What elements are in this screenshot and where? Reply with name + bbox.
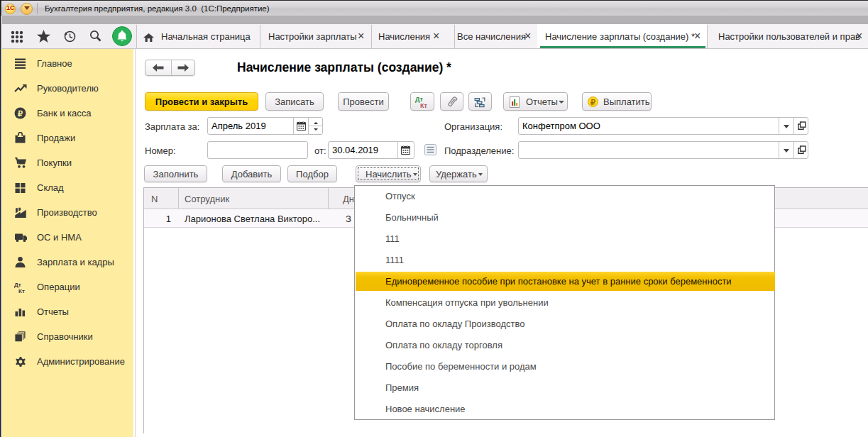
svg-text:Кт: Кт — [18, 288, 25, 294]
svg-text:Дт: Дт — [14, 282, 21, 288]
svg-text:₽: ₽ — [18, 109, 23, 118]
svg-text:Дт: Дт — [415, 96, 423, 103]
svg-text:Кт: Кт — [420, 102, 427, 109]
